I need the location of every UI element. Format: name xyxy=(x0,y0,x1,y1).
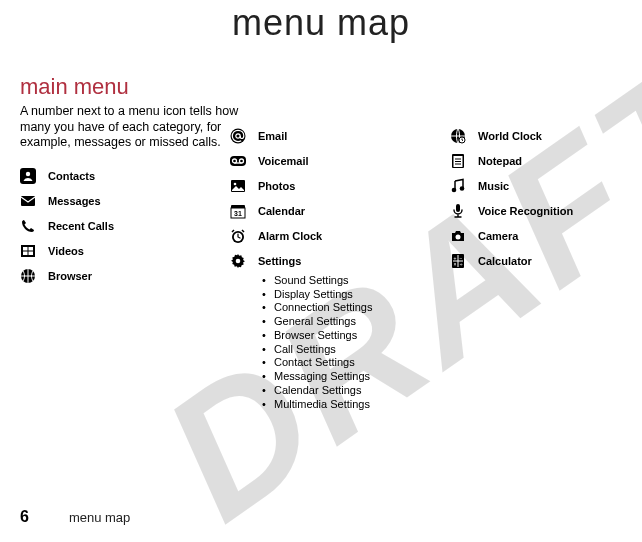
menu-label: Music xyxy=(478,180,509,192)
menu-label: World Clock xyxy=(478,130,542,142)
svg-rect-7 xyxy=(29,251,34,255)
menu-item-browser: Browser xyxy=(20,268,220,284)
sublist-item: General Settings xyxy=(262,315,440,329)
intro-text: A number next to a menu icon tells how m… xyxy=(20,104,240,151)
menu-item-music: Music xyxy=(450,178,620,194)
sublist-item: Sound Settings xyxy=(262,274,440,288)
videos-icon xyxy=(20,243,36,259)
world-clock-icon xyxy=(450,128,466,144)
section-subtitle: main menu xyxy=(20,74,622,100)
menu-label: Voicemail xyxy=(258,155,309,167)
svg-point-16 xyxy=(234,183,237,186)
page-number: 6 xyxy=(20,508,29,526)
footer-text: menu map xyxy=(69,510,130,525)
menu-item-recent-calls: Recent Calls xyxy=(20,218,220,234)
settings-icon xyxy=(230,253,246,269)
column-2: Email Voicemail Photos 31 Calendar xyxy=(230,119,440,412)
menu-item-notepad: Notepad xyxy=(450,153,620,169)
svg-point-32 xyxy=(460,186,465,191)
svg-rect-5 xyxy=(29,247,34,251)
page-title: menu map xyxy=(20,2,622,44)
menu-item-calendar: 31 Calendar xyxy=(230,203,440,219)
svg-rect-4 xyxy=(23,247,28,251)
alarm-icon xyxy=(230,228,246,244)
menu-item-photos: Photos xyxy=(230,178,440,194)
sublist-item: Connection Settings xyxy=(262,301,440,315)
voice-recognition-icon xyxy=(450,203,466,219)
menu-item-alarm: Alarm Clock xyxy=(230,228,440,244)
email-icon xyxy=(230,128,246,144)
menu-label: Calculator xyxy=(478,255,532,267)
menu-item-settings: Settings xyxy=(230,253,440,269)
sublist-item: Contact Settings xyxy=(262,356,440,370)
calendar-icon: 31 xyxy=(230,203,246,219)
svg-text:×: × xyxy=(454,261,457,267)
menu-label: Browser xyxy=(48,270,92,282)
column-3: World Clock Notepad Music Voice Recognit… xyxy=(450,119,620,412)
sublist-item: Call Settings xyxy=(262,343,440,357)
menu-label: Messages xyxy=(48,195,101,207)
calculator-icon: +−×÷ xyxy=(450,253,466,269)
svg-text:+: + xyxy=(454,254,457,260)
svg-rect-6 xyxy=(23,251,28,255)
svg-point-23 xyxy=(236,259,241,264)
svg-rect-3 xyxy=(21,245,35,257)
svg-text:÷: ÷ xyxy=(460,261,463,267)
column-1: Contacts Messages Recent Calls Videos xyxy=(20,159,220,412)
svg-rect-2 xyxy=(21,196,35,206)
menu-item-calculator: +−×÷ Calculator xyxy=(450,253,620,269)
menu-label: Settings xyxy=(258,255,301,267)
voicemail-icon xyxy=(230,153,246,169)
menu-item-camera: Camera xyxy=(450,228,620,244)
browser-icon xyxy=(20,268,36,284)
menu-item-messages: Messages xyxy=(20,193,220,209)
menu-item-world-clock: World Clock xyxy=(450,128,620,144)
menu-label: Recent Calls xyxy=(48,220,114,232)
music-icon xyxy=(450,178,466,194)
menu-item-videos: Videos xyxy=(20,243,220,259)
settings-sublist: Sound Settings Display Settings Connecti… xyxy=(262,274,440,412)
menu-item-contacts: Contacts xyxy=(20,168,220,184)
messages-icon xyxy=(20,193,36,209)
page-footer: 6 menu map xyxy=(20,508,130,526)
sublist-item: Multimedia Settings xyxy=(262,398,440,412)
svg-point-35 xyxy=(456,234,461,239)
menu-label: Notepad xyxy=(478,155,522,167)
menu-item-voicemail: Voicemail xyxy=(230,153,440,169)
contacts-icon xyxy=(20,168,36,184)
camera-icon xyxy=(450,228,466,244)
page: menu map main menu A number next to a me… xyxy=(0,2,642,542)
sublist-item: Calendar Settings xyxy=(262,384,440,398)
sublist-item: Browser Settings xyxy=(262,329,440,343)
recent-calls-icon xyxy=(20,218,36,234)
photos-icon xyxy=(230,178,246,194)
menu-label: Email xyxy=(258,130,287,142)
menu-label: Alarm Clock xyxy=(258,230,322,242)
menu-label: Videos xyxy=(48,245,84,257)
menu-label: Photos xyxy=(258,180,295,192)
notepad-icon xyxy=(450,153,466,169)
svg-rect-34 xyxy=(456,204,460,212)
menu-label: Camera xyxy=(478,230,518,242)
menu-item-email: Email xyxy=(230,128,440,144)
menu-label: Contacts xyxy=(48,170,95,182)
menu-item-voice-recognition: Voice Recognition xyxy=(450,203,620,219)
menu-label: Calendar xyxy=(258,205,305,217)
svg-text:31: 31 xyxy=(234,210,242,217)
svg-text:−: − xyxy=(460,254,463,260)
columns: Contacts Messages Recent Calls Videos xyxy=(20,159,622,412)
sublist-item: Messaging Settings xyxy=(262,370,440,384)
sublist-item: Display Settings xyxy=(262,288,440,302)
svg-point-1 xyxy=(26,172,30,176)
menu-label: Voice Recognition xyxy=(478,205,573,217)
